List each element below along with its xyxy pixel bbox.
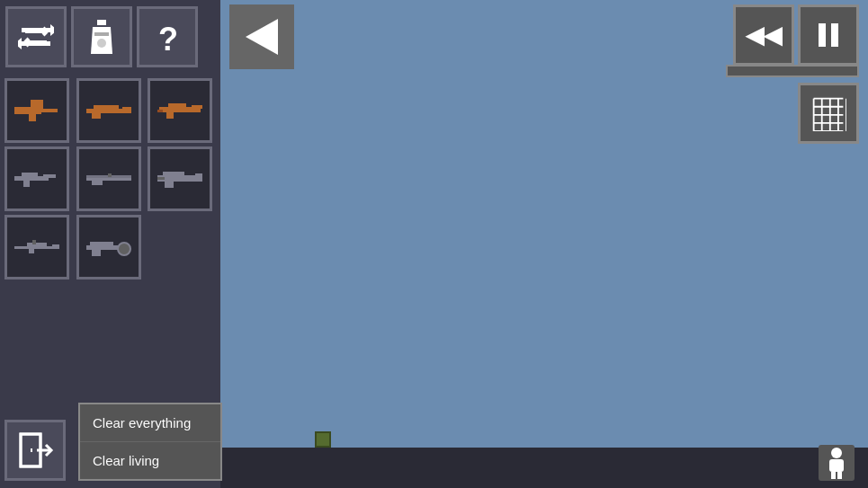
swap-button[interactable] [5,6,67,67]
svg-rect-44 [819,23,826,47]
weapon-cell-8[interactable] [76,215,141,279]
svg-rect-24 [43,174,56,178]
svg-rect-23 [23,181,30,187]
svg-marker-3 [18,38,22,49]
svg-text:?: ? [158,21,178,56]
lmg-icon [85,235,133,260]
svg-rect-4 [97,20,106,25]
back-arrow-icon [242,17,282,57]
svg-rect-11 [41,109,58,112]
svg-rect-30 [163,172,184,178]
progress-bar-container [726,65,859,77]
weapon-cell-3[interactable] [148,78,212,143]
weapon-cell-1[interactable] [4,78,69,143]
svg-rect-41 [92,250,101,256]
svg-rect-38 [32,240,36,244]
svg-rect-31 [165,182,174,188]
svg-marker-1 [50,24,54,36]
exit-icon [15,430,55,470]
clear-living-button[interactable]: Clear living [80,442,220,479]
svg-rect-37 [52,244,59,247]
smg-icon [13,166,61,191]
svg-marker-43 [246,19,278,55]
weapon-cell-6[interactable] [148,146,212,211]
back-button[interactable] [229,4,294,69]
pause-icon [813,20,844,50]
rifle-icon [85,98,133,123]
weapon-cell-7[interactable] [4,215,69,279]
player-character [315,431,331,448]
shotgun-icon [85,166,133,191]
top-right-controls: ◀◀ [733,4,859,66]
pause-button[interactable] [798,4,859,66]
bottle-button[interactable] [71,6,132,67]
weapon-cell-2[interactable] [76,78,141,143]
svg-rect-61 [829,459,844,472]
svg-rect-17 [168,103,186,109]
pistol-icon [13,98,61,123]
svg-rect-14 [92,113,101,119]
svg-rect-27 [92,180,103,185]
rewind-icon: ◀◀ [746,22,782,49]
svg-rect-19 [192,105,202,109]
exit-button[interactable] [4,420,66,481]
svg-rect-9 [31,100,43,109]
sniper-icon [13,235,61,260]
svg-rect-36 [29,248,34,253]
help-button[interactable]: ? [137,6,198,67]
svg-rect-5 [94,32,109,36]
bottle-icon [85,18,118,56]
svg-rect-13 [94,105,119,111]
heavy-rifle-icon [156,166,204,191]
svg-rect-32 [195,173,202,177]
grid-icon [810,95,846,131]
ground [220,448,868,488]
person-icon [823,447,850,479]
toolbar: ? [0,0,220,74]
assault-rifle-icon [156,98,204,123]
svg-point-42 [118,243,130,255]
rewind-button[interactable]: ◀◀ [733,4,794,66]
svg-rect-63 [837,472,842,479]
svg-rect-40 [90,242,113,247]
clear-everything-button[interactable]: Clear everything [80,404,220,442]
svg-point-60 [831,448,842,458]
svg-rect-28 [108,173,112,177]
svg-rect-20 [157,110,163,112]
svg-rect-22 [22,173,38,178]
swap-icon [18,19,54,55]
question-icon: ? [151,18,183,56]
context-menu: Clear everything Clear living [78,403,222,481]
grid-toggle-button[interactable] [798,83,859,144]
svg-point-6 [97,39,106,48]
svg-rect-33 [157,177,165,180]
weapon-cell-4[interactable] [4,146,69,211]
person-indicator [819,445,855,481]
weapon-cell-5[interactable] [76,146,141,211]
svg-rect-15 [122,107,131,111]
svg-rect-62 [831,472,836,479]
svg-rect-45 [831,23,838,47]
svg-rect-18 [166,112,174,119]
svg-rect-35 [27,243,47,248]
svg-rect-10 [29,114,36,121]
weapon-grid [0,74,220,284]
